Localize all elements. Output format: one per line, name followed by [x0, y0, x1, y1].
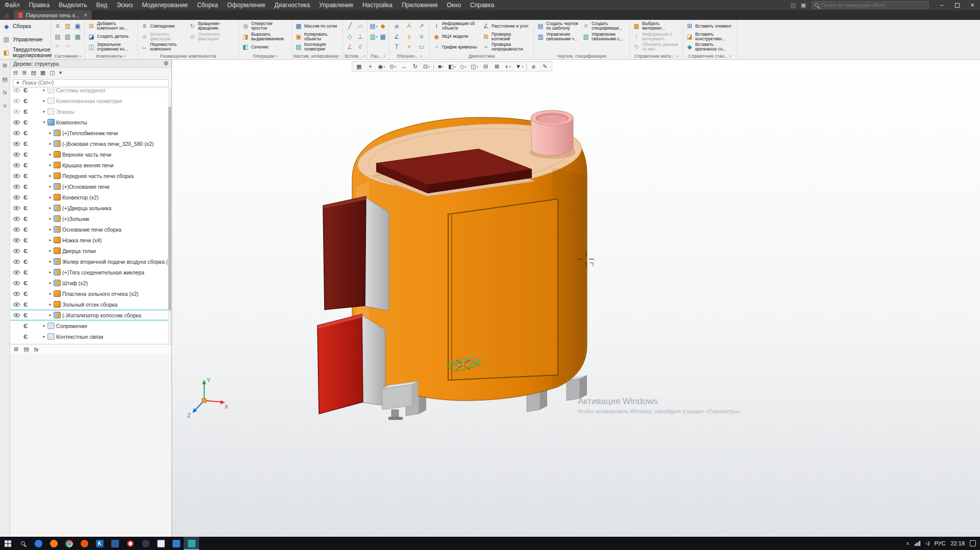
tree-row[interactable]: Є▸(+)Теплобменник печи	[10, 128, 172, 138]
ribbon-button[interactable]: ◨Вырезать выдавливанием	[240, 32, 289, 42]
panel-tree-icon[interactable]: ⊞	[3, 62, 7, 69]
mark-icon[interactable]: ×	[404, 43, 413, 51]
tree-row[interactable]: Є▸Верхняя часть печи	[10, 149, 172, 160]
tree-row[interactable]: Є▸Зольный отсек сборка	[10, 299, 172, 310]
ribbon-button[interactable]: ⊠Проверка коллизий	[481, 32, 530, 42]
chevron-right-icon[interactable]: ▸	[42, 323, 46, 328]
angle-dim-icon[interactable]: ∠	[392, 33, 401, 40]
upper-door[interactable]	[323, 196, 389, 311]
section-clip-icon[interactable]: Є	[20, 162, 31, 168]
edges-display-icon[interactable]: ◇▾	[458, 62, 469, 70]
visibility-eye-icon[interactable]	[10, 249, 20, 253]
aux-axis-icon[interactable]: ╱	[345, 22, 354, 30]
measure-icon[interactable]: ⌀	[528, 62, 539, 70]
chrome-icon[interactable]	[61, 537, 77, 550]
menu-item[interactable]: Приложения	[397, 0, 442, 10]
panel-fx-icon[interactable]: fx	[3, 90, 7, 95]
network-icon[interactable]	[915, 541, 920, 546]
ribbon-button[interactable]: ⊖Отключить фиксацию	[187, 32, 235, 42]
pan-icon[interactable]: ↔	[399, 62, 409, 70]
ribbon-button[interactable]: ⊕Включить фиксацию	[139, 32, 187, 42]
section-clip-icon[interactable]: Є	[20, 130, 31, 136]
tree-row[interactable]: Є▸Дверца топки	[10, 245, 172, 256]
ribbon-button[interactable]: ◫Зеркальное отражение ко...	[86, 42, 135, 53]
redo-icon[interactable]: ↷	[63, 43, 72, 51]
tree-list-view-icon[interactable]: ⊞	[22, 69, 27, 76]
tree-structure-view-icon[interactable]: ⊟	[13, 69, 18, 76]
section-clip-icon[interactable]: Є	[20, 237, 31, 243]
hidden-lines-icon[interactable]: ◫▾	[469, 62, 480, 70]
search-button[interactable]	[15, 537, 31, 550]
menu-item[interactable]: Эскиз	[112, 0, 137, 10]
section-clip-icon[interactable]: Є	[20, 291, 31, 297]
menu-item[interactable]: Вид	[91, 0, 112, 10]
tree-scrollbar[interactable]	[168, 88, 172, 344]
zoom-icon[interactable]: ⊙▾	[387, 62, 398, 70]
tree-search-box[interactable]: ▼	[13, 79, 169, 87]
minimize-button[interactable]: –	[934, 0, 949, 10]
visibility-eye-icon[interactable]	[10, 195, 20, 199]
section-clip-icon[interactable]: Є	[20, 323, 31, 329]
chevron-right-icon[interactable]: ▸	[48, 195, 53, 199]
chevron-right-icon[interactable]: ▸	[48, 259, 53, 264]
save-icon[interactable]: ▣	[73, 22, 82, 30]
tree-row[interactable]: Є▸Штиф (x2)	[10, 278, 172, 288]
section-clip-icon[interactable]: Є	[20, 184, 31, 190]
ribbon-button[interactable]: ▥Управление связанными ч...	[535, 32, 581, 42]
ribbon-button[interactable]: ◆Вставить крепежное со...	[684, 42, 733, 53]
section-clip-icon[interactable]: Є	[20, 259, 31, 265]
visibility-eye-icon[interactable]	[10, 270, 20, 274]
rotate-view-icon[interactable]: ↻	[410, 62, 421, 70]
ribbon-button[interactable]: ∠Расстояние и угол	[481, 21, 530, 32]
ribbon-button[interactable]: ↔Переместить компонент	[139, 42, 187, 53]
visibility-eye-icon[interactable]	[10, 228, 20, 232]
section-clip-icon[interactable]: Є	[20, 98, 31, 104]
volume-icon[interactable]: ◁)	[925, 541, 929, 546]
visibility-eye-icon[interactable]	[10, 303, 20, 307]
visibility-eye-icon[interactable]	[10, 99, 20, 103]
furnace-front-panel[interactable]	[448, 199, 558, 380]
tray-expand-icon[interactable]: ∧	[906, 541, 910, 546]
main-menu-icon[interactable]: ≡	[53, 22, 62, 30]
ribbon-button[interactable]: ◪Вставить конструктивн...	[684, 32, 733, 42]
chevron-right-icon[interactable]: ▸	[42, 334, 46, 339]
section-view-icon[interactable]: ⊠	[492, 62, 502, 70]
ribbon-button[interactable]: ~График кривизны	[431, 42, 481, 53]
ribbon-button[interactable]: ◎Отверстие простое	[240, 21, 289, 32]
print-preview-icon[interactable]: ▧	[63, 33, 72, 40]
tree-columns-icon[interactable]: ◫	[50, 69, 55, 76]
filter-icon[interactable]: ▼▾	[514, 62, 525, 70]
maximize-button[interactable]	[949, 0, 965, 10]
tree-row[interactable]: Є▸(-)Боковая стенка печи_320_580 (x2)	[10, 138, 172, 149]
ribbon-group-label[interactable]: Вспом...▾	[345, 53, 365, 59]
leader-icon[interactable]: ↗	[417, 22, 426, 30]
firefox-icon[interactable]	[46, 537, 61, 550]
chevron-right-icon[interactable]: ▸	[48, 206, 53, 210]
ribbon-group-label[interactable]: Справочник стан...▾	[684, 53, 735, 59]
ribbon-button[interactable]: ↻Обновить данные по мат...	[631, 42, 680, 53]
menu-item[interactable]: Выделить	[54, 0, 91, 10]
visibility-eye-icon[interactable]	[10, 163, 20, 167]
home-tab[interactable]: ⌂	[0, 10, 13, 20]
orientation-icon[interactable]: ◉▾	[376, 62, 387, 70]
annotate-icon[interactable]: ✎	[540, 62, 550, 70]
kompas-window-icon[interactable]	[184, 537, 199, 550]
clock[interactable]: 22:18	[950, 540, 965, 546]
visibility-eye-icon[interactable]	[10, 313, 20, 317]
aux-plane-icon[interactable]: ▱	[356, 22, 365, 30]
section-clip-icon[interactable]: Є	[20, 248, 31, 254]
scrollbar-thumb[interactable]	[168, 107, 171, 311]
tree-row[interactable]: Є▸Ножка печи (x4)	[10, 235, 172, 245]
chevron-right-icon[interactable]: ▸	[48, 302, 53, 307]
undo-icon[interactable]: ↶	[53, 43, 62, 51]
chevron-right-icon[interactable]: ▸	[48, 173, 53, 178]
ribbon-button[interactable]: ▧Управление связанными с...	[581, 32, 626, 42]
notification-center-icon[interactable]	[970, 540, 976, 546]
visibility-eye-icon[interactable]	[10, 185, 20, 189]
section-clip-icon[interactable]: Є	[20, 194, 31, 201]
document-tab[interactable]: Пиролизная печь к... ×	[13, 10, 92, 20]
chevron-right-icon[interactable]: ▸	[48, 238, 53, 242]
tree-row[interactable]: Є▸Крышка вехняя печи	[10, 160, 172, 170]
visibility-eye-icon[interactable]	[10, 120, 20, 124]
tree-row[interactable]: Є▸Жклер вторичной подачи воздуха сборка …	[10, 256, 172, 267]
